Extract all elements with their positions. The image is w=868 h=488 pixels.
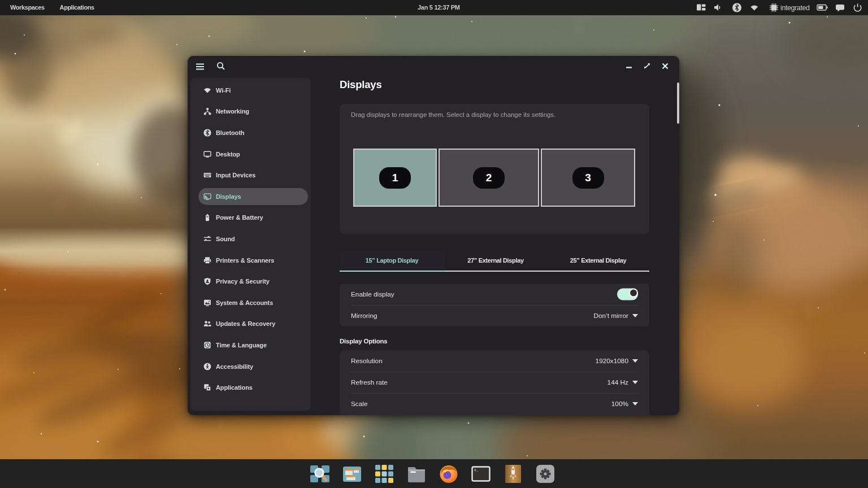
- svg-text:integrated: integrated: [780, 4, 810, 12]
- svg-text:$_: $_: [474, 468, 479, 472]
